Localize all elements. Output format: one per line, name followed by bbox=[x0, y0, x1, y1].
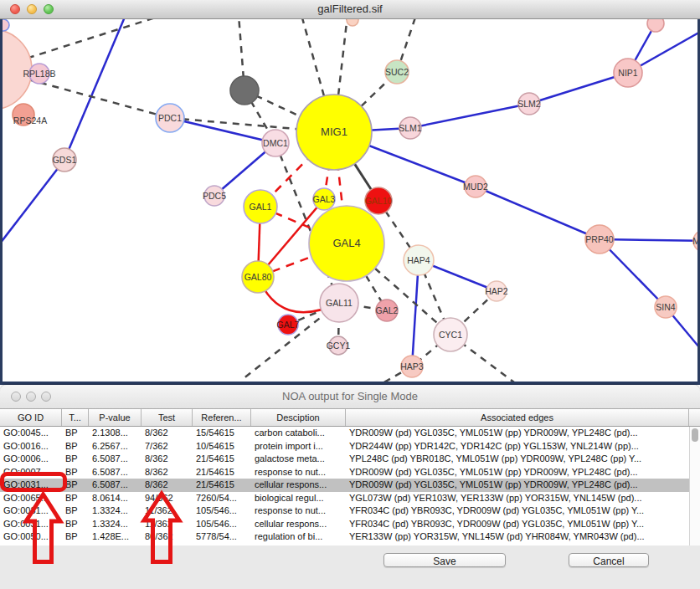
node-label-GAL80: GAL80 bbox=[244, 272, 272, 282]
node-label-HAP2: HAP2 bbox=[485, 286, 508, 296]
table-cell: biological regul... bbox=[251, 492, 346, 505]
table-row[interactable]: GO:0016...BP6.2567...7/36210/54615protei… bbox=[0, 440, 700, 453]
table-cell: GO:0045... bbox=[0, 427, 62, 440]
network-edge[interactable] bbox=[600, 239, 700, 241]
table-cell: YDR009W (pd) YGL035C, YML051W (pp) YDR00… bbox=[346, 479, 689, 492]
table-cell: galactose meta... bbox=[251, 453, 346, 466]
save-button[interactable]: Save bbox=[383, 553, 506, 567]
table-row[interactable]: GO:0031...BP1.3324...11/362105/546...cel… bbox=[0, 518, 700, 531]
table-row[interactable]: GO:0050...BP1.428E...80/3625778/54...reg… bbox=[0, 530, 700, 544]
table-row[interactable]: GO:0007...BP6.5087...8/36221/54615respon… bbox=[0, 466, 700, 479]
network-edge[interactable] bbox=[410, 104, 529, 128]
table-cell: YGL073W (pd) YER103W, YER133W (pp) YOR31… bbox=[346, 492, 689, 505]
table-cell: cellular respons... bbox=[251, 479, 346, 492]
node-label-HAP3: HAP3 bbox=[400, 361, 424, 371]
network-canvas[interactable]: RPL18BRPS24AGDS1PDC1DMC1MIG1SUC2SLM1SLM2… bbox=[0, 19, 700, 385]
table-cell: BP bbox=[62, 427, 89, 440]
table-cell: GO:0050... bbox=[0, 530, 62, 544]
table-cell: regulation of bi... bbox=[251, 530, 346, 544]
table-header: GO IDT...P-valueTestReferen...Desciption… bbox=[0, 409, 700, 427]
table-row[interactable]: GO:0065...BP8.0614...94/3627260/54...bio… bbox=[0, 492, 700, 505]
table-cell: 1.3324... bbox=[89, 504, 142, 518]
table-cell: GO:0007... bbox=[0, 466, 62, 479]
table-cell: 6.5087... bbox=[89, 466, 142, 479]
table-cell: 105/546... bbox=[193, 504, 251, 518]
table-cell: GO:0031... bbox=[0, 518, 62, 531]
node-toppink[interactable] bbox=[647, 19, 664, 32]
network-edge[interactable] bbox=[476, 187, 600, 239]
table-cell: YFR034C (pd) YBR093C, YDR009W (pd) YGL03… bbox=[346, 518, 689, 531]
table-cell: 2.1308... bbox=[89, 427, 142, 440]
table-cell: 6.5087... bbox=[89, 479, 142, 492]
column-header-referen[interactable]: Referen... bbox=[193, 409, 251, 426]
node-toppeach[interactable] bbox=[347, 19, 358, 26]
node-label-SLM2: SLM2 bbox=[517, 99, 541, 109]
column-header-goid[interactable]: GO ID bbox=[0, 409, 62, 426]
table-cell: YFR034C (pd) YBR093C, YDR009W (pd) YGL03… bbox=[346, 504, 689, 518]
node-label-SUC2: SUC2 bbox=[385, 67, 409, 77]
table-cell: GO:0016... bbox=[0, 440, 62, 453]
table-row[interactable]: GO:0031...BP1.3324...11/362105/546...res… bbox=[0, 504, 700, 518]
table-cell: BP bbox=[62, 518, 89, 531]
column-header-desciption[interactable]: Desciption bbox=[251, 409, 346, 426]
table-cell: 8/362 bbox=[142, 427, 193, 440]
table-cell: 11/362 bbox=[142, 518, 193, 531]
column-header-t[interactable]: T... bbox=[62, 409, 89, 426]
table-row[interactable]: GO:0006...BP6.5087...8/36221/54615galact… bbox=[0, 453, 700, 466]
column-header-associatededges[interactable]: Associated edges bbox=[346, 409, 689, 426]
table-cell: YDR244W (pp) YDR142C, YDR142C (pp) YGL15… bbox=[346, 440, 689, 453]
table-cell: 1.428E... bbox=[89, 530, 142, 544]
table-cell: GO:0065... bbox=[0, 492, 62, 505]
table-cell: GO:0031... bbox=[0, 504, 62, 518]
noa-window: NOA output for Single Mode GO IDT...P-va… bbox=[0, 385, 700, 589]
node-label-RPS24A: RPS24A bbox=[13, 115, 47, 125]
table-cell: 10/54615 bbox=[193, 440, 251, 453]
table-cell: 21/54615 bbox=[193, 453, 251, 466]
table-cell: 105/546... bbox=[193, 518, 251, 531]
noa-window-title: NOA output for Single Mode bbox=[0, 390, 700, 402]
table-cell: BP bbox=[62, 440, 89, 453]
node-label-GAL4: GAL4 bbox=[332, 237, 360, 249]
vertical-scrollbar[interactable] bbox=[689, 427, 700, 545]
node-label-PDC5: PDC5 bbox=[203, 191, 226, 201]
node-label-GAL11: GAL11 bbox=[326, 298, 353, 308]
table-cell: 11/362 bbox=[142, 504, 193, 518]
node-cornertiny[interactable] bbox=[0, 19, 9, 31]
table-row[interactable]: GO:0045...BP2.1308...8/36215/54615carbon… bbox=[0, 427, 700, 440]
table-cell: BP bbox=[62, 492, 89, 505]
table-cell: response to nut... bbox=[251, 466, 346, 479]
node-label-GAL7: GAL7 bbox=[277, 320, 300, 330]
table-cell: 7260/54... bbox=[193, 492, 251, 505]
table-row[interactable]: GO:0031...BP6.5087...8/36221/54615cellul… bbox=[0, 479, 700, 492]
table-cell: 8/362 bbox=[142, 453, 193, 466]
table-cell: 15/54615 bbox=[193, 427, 251, 440]
table-cell: 8/362 bbox=[142, 466, 193, 479]
table-cell: 21/54615 bbox=[193, 479, 251, 492]
table-cell: BP bbox=[62, 530, 89, 544]
network-edge[interactable] bbox=[0, 160, 64, 243]
column-header-pvalue[interactable]: P-value bbox=[89, 409, 142, 426]
table-cell: BP bbox=[62, 453, 89, 466]
network-edge[interactable] bbox=[412, 260, 419, 366]
cancel-button[interactable]: Cancel bbox=[569, 553, 649, 567]
node-label-MIG1: MIG1 bbox=[321, 125, 347, 138]
table-cell: YER133W (pp) YOR315W, YNL145W (pd) YHR08… bbox=[346, 530, 689, 544]
node-label-SIN4: SIN4 bbox=[656, 302, 676, 312]
table-cell: YPL248C (pd) YBR018C, YML051W (pp) YDR00… bbox=[346, 453, 689, 466]
table-cell: 6.5087... bbox=[89, 453, 142, 466]
node-label-HAP4: HAP4 bbox=[407, 255, 430, 265]
node-label-GAL1: GAL1 bbox=[250, 202, 272, 212]
table-cell: BP bbox=[62, 466, 89, 479]
column-header-test[interactable]: Test bbox=[142, 409, 193, 426]
table-cell: response to nut... bbox=[251, 504, 346, 518]
network-edge[interactable] bbox=[529, 73, 628, 104]
node-label-GAL3: GAL3 bbox=[313, 194, 336, 204]
table-cell: BP bbox=[62, 504, 89, 518]
node-label-GCY1: GCY1 bbox=[327, 341, 351, 351]
node-label-MSL5: MSL5 bbox=[692, 236, 700, 246]
network-edge[interactable] bbox=[64, 19, 126, 160]
table-cell: GO:0031... bbox=[0, 479, 62, 492]
table-cell: 94/362 bbox=[142, 492, 193, 505]
node-graynode[interactable] bbox=[230, 76, 259, 105]
scrollbar-thumb[interactable] bbox=[692, 428, 698, 442]
